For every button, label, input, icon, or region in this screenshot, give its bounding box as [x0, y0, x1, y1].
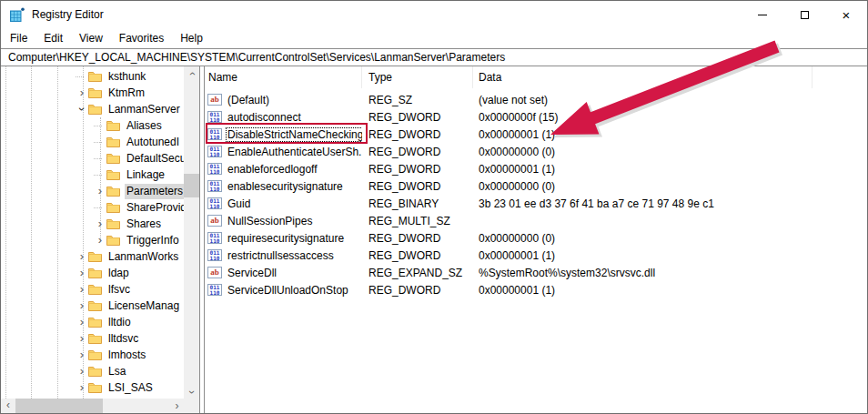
- chevron-right-icon[interactable]: ›: [76, 332, 88, 345]
- value-row[interactable]: ab(Default)REG_SZ(value not set): [205, 91, 867, 108]
- tree-item-shares[interactable]: ›Shares: [1, 216, 184, 232]
- tree-item-lsa[interactable]: ›Lsa: [1, 363, 184, 379]
- dword-value-icon: 011110: [207, 111, 222, 123]
- tree-item-shareprovid[interactable]: ShareProvid: [1, 199, 184, 216]
- tree-item-ktmrm[interactable]: ›KtmRm: [1, 85, 184, 101]
- column-header-data[interactable]: Data: [473, 66, 812, 88]
- tree-item-licensemanag[interactable]: ›LicenseManag: [1, 298, 184, 314]
- folder-icon: [106, 202, 120, 213]
- value-row[interactable]: 011110EnableAuthenticateUserSh...REG_DWO…: [205, 143, 867, 160]
- tree-horizontal-scrollbar[interactable]: › ›: [1, 399, 184, 413]
- menu-item-edit[interactable]: Edit: [35, 29, 71, 47]
- tree-item-lltdsvc[interactable]: ›lltdsvc: [1, 330, 184, 347]
- value-name: requiresecuritysignature: [226, 232, 346, 245]
- value-name-cell: 011110enableforcedlogoff: [205, 163, 362, 176]
- title-bar[interactable]: Registry Editor ×: [1, 1, 867, 28]
- tree-item-lsi_sas[interactable]: ›LSI_SAS: [1, 379, 184, 396]
- value-name-cell: 011110Guid: [205, 197, 362, 210]
- folder-icon: [88, 349, 102, 360]
- dword-icon-text: 110: [210, 204, 220, 209]
- value-name-cell: abNullSessionPipes: [205, 215, 362, 227]
- chevron-right-icon[interactable]: ›: [76, 283, 88, 296]
- value-data: 0x00000001 (1): [473, 128, 867, 141]
- value-data: %SystemRoot%\system32\srvsvc.dll: [473, 267, 867, 279]
- string-value-icon: ab: [207, 215, 222, 227]
- value-row[interactable]: 011110autodisconnectREG_DWORD0x0000000f …: [205, 108, 867, 126]
- close-button[interactable]: ×: [825, 1, 867, 28]
- value-type: REG_DWORD: [362, 111, 473, 124]
- value-row[interactable]: abNullSessionPipesREG_MULTI_SZ: [205, 212, 867, 229]
- menu-item-favorites[interactable]: Favorites: [111, 29, 172, 47]
- value-row[interactable]: 011110ServiceDllUnloadOnStopREG_DWORD0x0…: [205, 281, 867, 298]
- menu-item-view[interactable]: View: [71, 29, 111, 47]
- maximize-button[interactable]: [783, 1, 825, 28]
- value-data: 0x00000000 (0): [473, 232, 867, 245]
- scroll-up-icon[interactable]: ›: [184, 66, 199, 80]
- chevron-right-icon[interactable]: ›: [76, 365, 88, 378]
- value-name-cell: 011110DisableStrictNameChecking: [205, 127, 362, 142]
- menu-item-help[interactable]: Help: [172, 29, 211, 47]
- tree-item-linkage[interactable]: Linkage: [1, 167, 184, 183]
- value-type: REG_BINARY: [362, 197, 473, 210]
- chevron-right-icon[interactable]: ›: [94, 185, 106, 197]
- scroll-right-icon[interactable]: ›: [170, 399, 184, 413]
- folder-icon: [106, 136, 120, 147]
- chevron-down-icon[interactable]: ›: [76, 103, 88, 116]
- tree-item-label: DefaultSecu: [125, 151, 184, 167]
- scroll-left-icon[interactable]: ›: [1, 399, 15, 413]
- tree-item-lanmanworks[interactable]: ›LanmanWorks: [1, 248, 184, 265]
- string-value-icon: ab: [207, 267, 222, 278]
- tree-item-lltdio[interactable]: ›lltdio: [1, 314, 184, 330]
- minimize-button[interactable]: [742, 1, 783, 28]
- value-name-cell: 011110EnableAuthenticateUserSh...: [205, 146, 362, 158]
- column-header-name[interactable]: Name: [205, 66, 362, 88]
- tree-item-lanmanserver[interactable]: ›LanmanServer: [1, 101, 184, 117]
- tree-item-label: ldap: [106, 266, 132, 281]
- menu-item-file[interactable]: File: [2, 29, 35, 47]
- chevron-right-icon[interactable]: ›: [76, 299, 88, 312]
- tree-connector: [76, 76, 84, 77]
- chevron-right-icon[interactable]: ›: [76, 86, 88, 99]
- tree-vertical-scrollbar[interactable]: › ›: [184, 66, 199, 399]
- tree-item-label: AutotunedI: [125, 135, 182, 150]
- folder-icon: [88, 87, 102, 98]
- address-bar[interactable]: Computer\HKEY_LOCAL_MACHINE\SYSTEM\Curre…: [1, 48, 867, 66]
- vertical-scroll-thumb[interactable]: [184, 174, 199, 197]
- tree-item-parameters[interactable]: ›Parameters: [1, 183, 184, 199]
- chevron-right-icon[interactable]: ›: [76, 381, 88, 394]
- value-row[interactable]: 011110GuidREG_BINARY3b 23 01 ee d3 37 6f…: [205, 195, 867, 212]
- tree-item-ksthunk[interactable]: ksthunk: [1, 68, 184, 85]
- tree-item-autotunedi[interactable]: AutotunedI: [1, 134, 184, 150]
- chevron-right-icon[interactable]: ›: [76, 348, 88, 361]
- value-name-cell: 011110ServiceDllUnloadOnStop: [205, 284, 362, 297]
- tree-item-triggerinfo[interactable]: ›TriggerInfo: [1, 232, 184, 248]
- value-data: 0x00000001 (1): [473, 284, 867, 297]
- tree-item-label: Linkage: [125, 167, 167, 183]
- dword-icon-text: 110: [210, 152, 220, 157]
- chevron-right-icon[interactable]: ›: [94, 217, 106, 230]
- chevron-right-icon[interactable]: ›: [76, 316, 88, 328]
- tree-connector: [94, 142, 102, 143]
- tree-item-ldap[interactable]: ›ldap: [1, 265, 184, 281]
- value-row[interactable]: 011110enableforcedlogoffREG_DWORD0x00000…: [205, 160, 867, 177]
- value-type: REG_EXPAND_SZ: [362, 267, 473, 279]
- value-row[interactable]: abServiceDllREG_EXPAND_SZ%SystemRoot%\sy…: [205, 264, 867, 281]
- tree-item-lmhosts[interactable]: ›lmhosts: [1, 347, 184, 363]
- tree-item-lfsvc[interactable]: ›lfsvc: [1, 281, 184, 298]
- chevron-right-icon[interactable]: ›: [76, 250, 88, 263]
- chevron-right-icon[interactable]: ›: [94, 234, 106, 247]
- folder-icon: [88, 104, 102, 115]
- value-row[interactable]: 011110DisableStrictNameCheckingREG_DWORD…: [205, 126, 867, 143]
- column-header-type[interactable]: Type: [362, 66, 473, 88]
- value-row[interactable]: 011110enablesecuritysignatureREG_DWORD0x…: [205, 177, 867, 195]
- horizontal-scroll-thumb[interactable]: [15, 399, 103, 413]
- menu-bar: FileEditViewFavoritesHelp: [1, 28, 867, 48]
- tree-item-defaultsecu[interactable]: DefaultSecu: [1, 150, 184, 167]
- scroll-down-icon[interactable]: ›: [184, 385, 199, 399]
- value-row[interactable]: 011110restrictnullsessaccessREG_DWORD0x0…: [205, 247, 867, 264]
- main-area: ksthunk›KtmRm›LanmanServerAliasesAutotun…: [1, 66, 867, 413]
- tree-item-aliases[interactable]: Aliases: [1, 117, 184, 134]
- value-row[interactable]: 011110requiresecuritysignatureREG_DWORD0…: [205, 229, 867, 247]
- value-name: (Default): [226, 94, 271, 106]
- chevron-right-icon[interactable]: ›: [76, 267, 88, 279]
